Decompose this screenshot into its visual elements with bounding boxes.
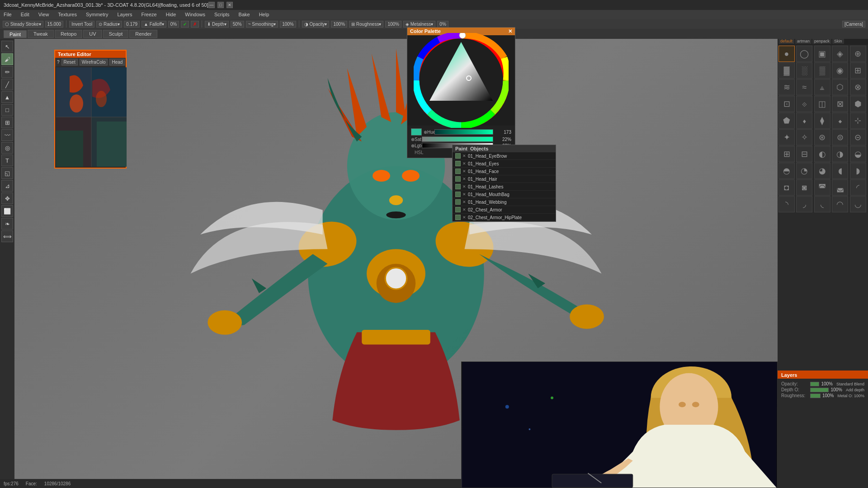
menu-bake[interactable]: Bake [237, 12, 252, 17]
steady-stroke-toggle[interactable]: ⬡ Steady Stroke▾ [3, 21, 43, 28]
tab-render[interactable]: Render [129, 30, 157, 38]
brush-37[interactable]: ◕ [814, 163, 830, 179]
color-wheel-svg[interactable] [414, 33, 509, 128]
tool-line[interactable]: ╱ [1, 79, 13, 90]
tab-uv[interactable]: UV [83, 30, 102, 38]
po-x-6[interactable]: ✕ [462, 200, 466, 204]
brush-49[interactable]: ◡ [850, 196, 866, 212]
po-vis-2[interactable] [455, 169, 461, 174]
brush-28[interactable]: ⊜ [832, 129, 848, 145]
tool-sym[interactable]: ⟺ [1, 230, 13, 242]
hue-slider[interactable] [434, 129, 493, 135]
brush-7[interactable]: ▒ [814, 62, 830, 79]
po-vis-4[interactable] [455, 184, 461, 189]
brush-43[interactable]: ◛ [832, 179, 848, 196]
menu-windows[interactable]: Windows [183, 12, 207, 17]
brush-15[interactable]: ⊡ [778, 96, 795, 112]
brush-24[interactable]: ⊹ [850, 113, 866, 129]
te-question[interactable]: ? [57, 60, 60, 65]
po-item-3[interactable]: ✕ 01_Head_Hair [453, 175, 556, 183]
layer-depth-bar[interactable] [810, 388, 829, 392]
brush-45[interactable]: ◝ [778, 196, 795, 212]
tool-paint[interactable]: ✏ [1, 66, 13, 78]
brush-6[interactable]: ░ [796, 62, 812, 79]
brush-26[interactable]: ✧ [796, 129, 812, 145]
brush-40[interactable]: ◘ [778, 179, 795, 196]
brush-29[interactable]: ⊝ [850, 129, 866, 145]
tool-picker[interactable]: ⊿ [1, 180, 13, 192]
brush-33[interactable]: ◑ [832, 146, 848, 162]
brush-16[interactable]: ⟐ [796, 96, 812, 112]
tool-smear[interactable]: 〰 [1, 129, 13, 141]
paint-objects-tab1[interactable]: Paint [455, 146, 467, 151]
brush-41[interactable]: ◙ [796, 179, 812, 196]
po-vis-6[interactable] [455, 199, 461, 205]
brush-1[interactable]: ◯ [796, 46, 812, 62]
po-item-6[interactable]: ✕ 01_Head_Webbing [453, 198, 556, 206]
sat-slider[interactable] [422, 136, 493, 142]
po-x-0[interactable]: ✕ [462, 154, 466, 158]
preset-skin[interactable]: Skin [832, 38, 844, 44]
po-item-0[interactable]: ✕ 01_Head_EyeBrow [453, 152, 556, 160]
po-x-3[interactable]: ✕ [462, 177, 466, 181]
menu-hide[interactable]: Hide [164, 12, 178, 17]
menu-freeze[interactable]: Freeze [139, 12, 158, 17]
tool-soften[interactable]: ◎ [1, 142, 13, 154]
brush-13[interactable]: ⬡ [832, 79, 848, 95]
menu-symmetry[interactable]: Symmetry [84, 12, 110, 17]
brush-9[interactable]: ⊞ [850, 62, 866, 79]
po-vis-3[interactable] [455, 176, 461, 182]
po-vis-7[interactable] [455, 207, 461, 212]
depth-value[interactable]: 50% [231, 21, 244, 28]
minimize-button[interactable]: — [208, 2, 215, 8]
tab-tweak[interactable]: Tweak [28, 30, 54, 38]
tool-clone[interactable]: ⊞ [1, 117, 13, 128]
close-button[interactable]: ✕ [226, 2, 233, 8]
stroke-value[interactable]: 15.000 [45, 21, 64, 28]
po-x-4[interactable]: ✕ [462, 184, 466, 189]
layer-add-depth[interactable]: Add depth [846, 388, 864, 392]
brush-48[interactable]: ◠ [832, 196, 848, 212]
te-reset[interactable]: Reset [61, 59, 78, 66]
texture-editor-title[interactable]: Texture Editor [55, 51, 126, 58]
tool-mask[interactable]: ◱ [1, 167, 13, 179]
brush-36[interactable]: ◔ [796, 163, 812, 179]
smoothing-value[interactable]: 100% [280, 21, 296, 28]
brush-3[interactable]: ◈ [832, 46, 848, 62]
brush-38[interactable]: ◖ [832, 163, 848, 179]
menu-help[interactable]: Help [257, 12, 271, 17]
layer-roughness-bar[interactable] [810, 394, 821, 398]
texture-editor-image[interactable] [56, 67, 127, 167]
brush-19[interactable]: ⬢ [850, 96, 866, 112]
brush-25[interactable]: ✦ [778, 129, 795, 145]
roughness-value[interactable]: 100% [385, 21, 401, 28]
brush-10[interactable]: ≋ [778, 79, 795, 95]
maximize-button[interactable]: □ [217, 2, 224, 8]
menu-scripts[interactable]: Scripts [212, 12, 231, 17]
po-item-2[interactable]: ✕ 01_Head_Face [453, 168, 556, 175]
brush-22[interactable]: ⧫ [814, 113, 830, 129]
color-swatch[interactable] [411, 128, 422, 136]
color-palette-close[interactable]: ✕ [508, 28, 512, 34]
tool-shape[interactable]: □ [1, 104, 13, 116]
po-vis-5[interactable] [455, 192, 461, 197]
radius-value[interactable]: 0.179 [124, 21, 140, 28]
te-head[interactable]: Head [109, 59, 125, 66]
po-x-1[interactable]: ✕ [462, 161, 466, 166]
po-item-8[interactable]: ✕ 02_Chest_Armor_HipPlate [453, 214, 556, 221]
menu-textures[interactable]: Textures [56, 12, 79, 17]
brush-18[interactable]: ⊠ [832, 96, 848, 112]
tab-retopo[interactable]: Retopo [55, 30, 82, 38]
paint-objects-tab2[interactable]: Objects [470, 146, 488, 151]
brush-35[interactable]: ◓ [778, 163, 795, 179]
po-vis-0[interactable] [455, 153, 461, 159]
tool-wing[interactable]: ❧ [1, 218, 13, 230]
po-x-5[interactable]: ✕ [462, 192, 466, 197]
brush-0[interactable]: ● [778, 46, 795, 62]
menu-layers[interactable]: Layers [115, 12, 134, 17]
tab-paint[interactable]: Paint [4, 30, 27, 38]
brush-44[interactable]: ◜ [850, 179, 866, 196]
preset-artman[interactable]: artman [795, 38, 811, 44]
tool-text[interactable]: T [1, 155, 13, 166]
preset-default[interactable]: default [778, 38, 794, 44]
